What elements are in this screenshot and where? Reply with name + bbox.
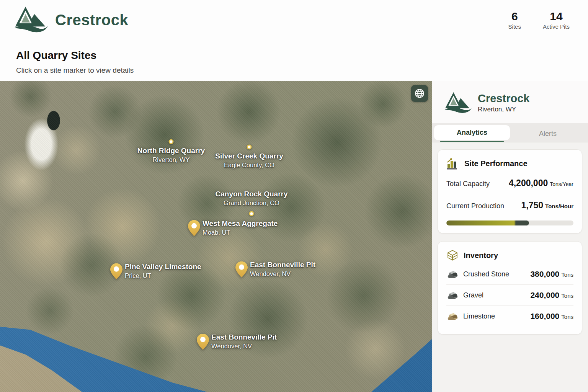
site-label: East Bonneville Pit Wendover, NV — [211, 333, 277, 351]
page-subtitle: Click on a site marker to view details — [16, 66, 572, 75]
crestrock-logo-icon — [443, 91, 473, 115]
site-location: Grand Junction, CO — [216, 199, 288, 207]
site-name: Pine Valley Limestone — [125, 262, 201, 271]
site-location: Wendover, NV — [211, 341, 277, 350]
site-name: East Bonneville Pit — [250, 260, 315, 270]
inventory-header: Inventory — [446, 249, 573, 261]
inventory-item-name: Gravel — [463, 291, 530, 299]
brand: Crestrock — [13, 5, 128, 35]
inventory-row-gravel: Gravel 240,000Tons — [446, 284, 573, 305]
site-performance-title: Site Performance — [464, 159, 528, 168]
tan-rock-icon — [446, 311, 459, 321]
site-label: Silver Creek Quarry Eagle County, CO — [215, 152, 283, 170]
inventory-title: Inventory — [464, 251, 498, 260]
site-label: Canyon Rock Quarry Grand Junction, CO — [216, 189, 288, 207]
site-location: Moab, UT — [203, 228, 278, 237]
map-pin-icon[interactable] — [188, 220, 200, 236]
gray-rock-icon — [446, 269, 459, 279]
sidebar-brand-location: Riverton, WY — [478, 106, 529, 113]
inventory-item-unit: Tons — [561, 271, 573, 278]
site-location: Riverton, WY — [137, 155, 205, 164]
map-pin-icon[interactable] — [197, 334, 209, 350]
total-capacity-row: Total Capacity 4,200,000Tons/Year — [446, 172, 573, 194]
inventory-item-name: Crushed Stone — [463, 270, 530, 278]
analytics-panel: Site Performance Total Capacity 4,200,00… — [432, 142, 588, 341]
map-pin-icon[interactable] — [110, 263, 122, 279]
map-dot-marker[interactable] — [169, 139, 174, 144]
total-capacity-value: 4,200,000 — [509, 178, 548, 188]
stat-sites-label: Sites — [508, 23, 521, 30]
total-capacity-unit: Tons/Year — [550, 181, 573, 187]
site-name: North Ridge Quarry — [137, 146, 205, 155]
crestrock-logo-icon — [13, 5, 50, 35]
globe-icon — [414, 88, 425, 99]
site-performance-header: Site Performance — [446, 157, 573, 170]
stat-active-pits: 14 Active Pits — [543, 10, 570, 30]
inventory-item-value: 240,000 — [530, 291, 559, 299]
inventory-item-value: 380,000 — [530, 270, 559, 278]
site-name: West Mesa Aggregate — [203, 219, 278, 228]
inventory-item-unit: Tons — [561, 292, 573, 299]
stats-divider — [532, 9, 532, 31]
tab-analytics[interactable]: Analytics — [434, 125, 510, 140]
site-location: Wendover, NV — [250, 269, 315, 278]
sidebar-brand-name: Crestrock — [478, 93, 529, 104]
detail-sidebar: Crestrock Riverton, WY Analytics Alerts — [432, 81, 588, 392]
site-label: North Ridge Quarry Riverton, WY — [137, 146, 205, 164]
map-dot-marker[interactable] — [247, 145, 252, 150]
current-production-unit: Tons/Hour — [545, 203, 573, 209]
site-name: East Bonneville Pit — [211, 333, 277, 342]
current-production-row: Current Production 1,750Tons/Hour — [446, 194, 573, 216]
sidebar-brand: Crestrock Riverton, WY — [432, 81, 588, 123]
quarry-map[interactable]: North Ridge Quarry Riverton, WY Silver C… — [0, 81, 432, 392]
inventory-row-crushed-stone: Crushed Stone 380,000Tons — [446, 264, 573, 284]
cube-icon — [446, 249, 459, 261]
current-production-label: Current Production — [446, 202, 504, 210]
map-dot-marker[interactable] — [249, 211, 254, 216]
brand-name: Crestrock — [55, 11, 128, 29]
inventory-item-unit: Tons — [561, 314, 573, 320]
inventory-item-name: Limestone — [463, 312, 530, 320]
site-name: Silver Creek Quarry — [215, 152, 283, 161]
map-pin-icon[interactable] — [235, 261, 248, 278]
production-progress-fill — [446, 220, 529, 225]
stat-active-pits-label: Active Pits — [543, 23, 570, 30]
site-label: West Mesa Aggregate Moab, UT — [203, 219, 278, 237]
inventory-card: Inventory Crushed Stone 380,000Tons — [438, 241, 582, 335]
header-stats: 6 Sites 14 Active Pits — [508, 9, 575, 31]
site-location: Price, UT — [125, 271, 201, 280]
gray-rock-icon — [446, 290, 459, 300]
bar-chart-icon — [446, 157, 459, 170]
sidebar-tabs: Analytics Alerts — [432, 123, 588, 142]
page-header: All Quarry Sites Click on a site marker … — [0, 40, 588, 81]
stat-active-pits-value: 14 — [543, 10, 570, 23]
site-name: Canyon Rock Quarry — [216, 189, 288, 199]
tab-alerts[interactable]: Alerts — [510, 125, 586, 142]
site-label: Pine Valley Limestone Price, UT — [125, 262, 201, 280]
stat-sites: 6 Sites — [508, 10, 521, 30]
total-capacity-label: Total Capacity — [446, 180, 490, 188]
current-production-value: 1,750 — [521, 200, 544, 210]
inventory-row-limestone: Limestone 160,000Tons — [446, 305, 573, 327]
stat-sites-value: 6 — [508, 10, 521, 23]
inventory-item-value: 160,000 — [530, 312, 559, 320]
site-label: East Bonneville Pit Wendover, NV — [250, 260, 315, 278]
site-performance-card: Site Performance Total Capacity 4,200,00… — [438, 149, 582, 234]
page-title: All Quarry Sites — [16, 49, 572, 62]
production-progress-track — [446, 220, 573, 225]
app-header: Crestrock 6 Sites 14 Active Pits — [0, 0, 588, 40]
site-location: Eagle County, CO — [215, 161, 283, 170]
globe-layer-button[interactable] — [411, 85, 428, 102]
